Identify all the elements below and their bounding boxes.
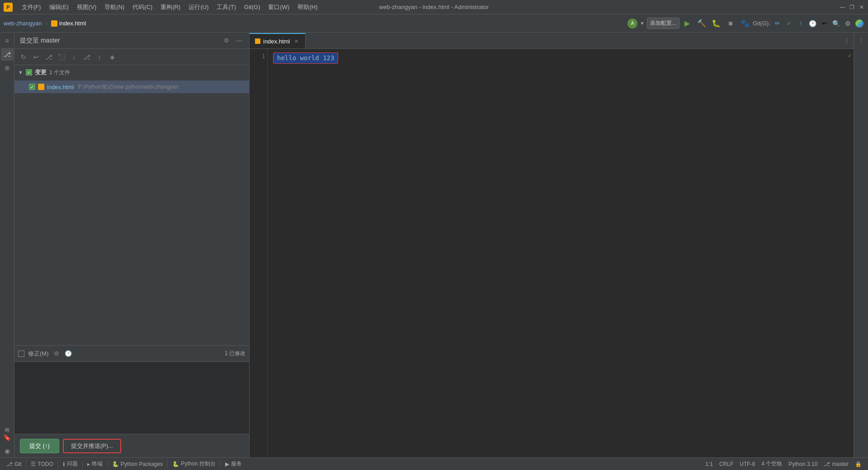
right-sidebar: ⋮ (854, 33, 868, 457)
menu-refactor[interactable]: 重构(R) (157, 2, 184, 12)
avatar-dropdown-icon[interactable]: ▼ (639, 20, 645, 26)
sidebar-icon-search[interactable]: ⊕ (1, 62, 14, 74)
status-terminal-icon: ▸ (87, 461, 90, 467)
commit-push-button[interactable]: 提交并推送(P)... (63, 439, 121, 453)
gutter-check-icon: ✓ (848, 52, 852, 59)
title-bar-right: — ❐ ✕ (840, 4, 864, 10)
git-panel-minimize-button[interactable]: — (235, 36, 244, 45)
menu-help[interactable]: 帮助(H) (294, 2, 321, 12)
amend-clock-btn[interactable]: 🕐 (64, 350, 72, 358)
git-refresh-btn[interactable]: ↻ (18, 52, 29, 62)
status-branch-label: master (832, 461, 849, 467)
git-push-button[interactable]: ↑ (796, 19, 806, 28)
change-item[interactable]: ✓ index.html F:\Python笔记\new python\web-… (14, 81, 249, 93)
menu-tools[interactable]: 工具(T) (213, 2, 240, 12)
status-python-packages-item[interactable]: 🐍 Python Packages (109, 458, 165, 470)
breadcrumb-separator: › (46, 20, 47, 27)
tab-label: index.html (263, 38, 290, 45)
code-area[interactable]: hello world 123 (268, 49, 846, 457)
menu-git[interactable]: Git(G) (241, 3, 264, 11)
menu-file[interactable]: 文件(F) (18, 2, 45, 12)
status-indent[interactable]: 4 个空格 (759, 460, 785, 468)
stop-button[interactable]: ■ (725, 18, 736, 29)
status-right: 1:1 CRLF UTF-8 4 个空格 Python 3.10 ⎇ maste… (703, 460, 864, 468)
amend-label: 修正(M) (28, 350, 49, 358)
git-check-button[interactable]: ✓ (784, 19, 794, 28)
title-bar: P 文件(F) 编辑(E) 视图(V) 导航(N) 代码(C) 重构(R) 运行… (0, 0, 868, 14)
git-history-button[interactable]: 🕐 (807, 19, 817, 28)
tab-close-button[interactable]: ✕ (292, 38, 300, 45)
commit-message-area[interactable] (14, 361, 249, 434)
editor-right-gutter: ✓ (846, 49, 854, 457)
status-sep-4 (107, 461, 108, 468)
menu-window[interactable]: 窗口(W) (264, 2, 293, 12)
git-undo-btn[interactable]: ↩ (31, 52, 42, 62)
status-encoding-label: CRLF (719, 461, 733, 467)
user-avatar[interactable]: A (627, 19, 637, 28)
status-python-version[interactable]: Python 3.10 (786, 461, 820, 467)
git-merge-btn[interactable]: ⎇ (81, 52, 92, 62)
sidebar-icon-bottom[interactable]: ◉ (1, 445, 14, 457)
git-panel-settings-button[interactable]: ⚙ (222, 36, 231, 45)
status-python-console-item[interactable]: 🐍 Python 控制台 (170, 458, 218, 470)
menu-run[interactable]: 运行(U) (185, 2, 212, 12)
status-git-item[interactable]: ⎇ Git (4, 458, 24, 470)
debug-button[interactable]: 🐛 (710, 18, 722, 29)
status-charset-label: UTF-8 (740, 461, 755, 467)
build-button[interactable]: 🔨 (696, 18, 708, 29)
git-panel: 提交至 master ⚙ — ↻ ↩ ⎇ ⬛ ↓ ⎇ ↕ ◈ ▼ ✓ 变更 (14, 33, 250, 457)
editor-tab-index[interactable]: index.html ✕ (250, 33, 306, 48)
tab-file-icon (255, 38, 260, 44)
status-problems-icon: ℹ (63, 461, 65, 467)
status-lock-icon[interactable]: 🔒 (852, 461, 864, 467)
git-stash-btn[interactable]: ⬛ (56, 52, 67, 62)
minimize-button[interactable]: — (840, 4, 845, 10)
status-terminal-label: 终端 (92, 460, 103, 468)
changes-header[interactable]: ▼ ✓ 变更 1 个文件 (14, 65, 249, 80)
commit-button[interactable]: 提交 (↑) (20, 439, 59, 453)
status-encoding[interactable]: CRLF (717, 461, 736, 467)
git-branch-btn[interactable]: ⎇ (43, 52, 54, 62)
editor-area: index.html ✕ ⋮ 1 hello world 123 ✓ (250, 33, 854, 457)
sidebar-icon-bookmark[interactable]: 🔖 (1, 431, 14, 444)
status-services-item[interactable]: ▶ 服务 (222, 458, 245, 470)
plugin-button[interactable] (854, 19, 864, 28)
menu-edit[interactable]: 编辑(E) (46, 2, 72, 12)
code-line-1: hello world 123 (273, 52, 841, 64)
status-problems-item[interactable]: ℹ 问题 (60, 458, 80, 470)
status-branch[interactable]: ⎇ master (821, 461, 851, 467)
status-charset[interactable]: UTF-8 (737, 461, 758, 467)
run-button[interactable]: ▶ (681, 18, 693, 29)
search-button[interactable]: 🔍 (831, 19, 841, 28)
git-revert-button[interactable]: ↩ (819, 19, 829, 28)
breadcrumb-project[interactable]: web-zhangyan (4, 20, 42, 27)
top-toolbar: web-zhangyan › index.html A ▼ 添加配置... ▶ … (0, 14, 868, 33)
menu-view[interactable]: 视图(V) (73, 2, 100, 12)
changes-select-all-checkbox[interactable]: ✓ (26, 69, 32, 76)
sidebar-icon-structure[interactable]: 结构 (1, 418, 14, 430)
change-item-checkbox[interactable]: ✓ (29, 84, 35, 90)
breadcrumb-file[interactable]: index.html (51, 20, 86, 27)
git-edit-button[interactable]: ✏ (772, 19, 782, 28)
amend-checkbox[interactable] (18, 351, 24, 357)
close-button[interactable]: ✕ (859, 4, 864, 10)
sidebar-icon-git[interactable]: ⎇ (1, 48, 14, 61)
status-todo-icon: ☰ (31, 461, 36, 467)
menu-bar: 文件(F) 编辑(E) 视图(V) 导航(N) 代码(C) 重构(R) 运行(U… (18, 2, 321, 12)
menu-navigate[interactable]: 导航(N) (101, 2, 128, 12)
git-tag-btn[interactable]: ◈ (107, 52, 118, 62)
settings-button[interactable]: ⚙ (843, 19, 853, 28)
status-terminal-item[interactable]: ▸ 终端 (85, 458, 105, 470)
maximize-button[interactable]: ❐ (849, 4, 855, 10)
sidebar-icon-files[interactable]: ≡ (1, 34, 14, 47)
git-unstash-btn[interactable]: ↓ (69, 52, 80, 62)
menu-code[interactable]: 代码(C) (129, 2, 156, 12)
coverage-button[interactable]: 🐾 (739, 18, 751, 29)
add-config-button[interactable]: 添加配置... (647, 18, 679, 29)
amend-settings-btn[interactable]: ⚙ (52, 350, 61, 358)
right-sidebar-icon[interactable]: ⋮ (855, 34, 868, 47)
git-fetch-btn[interactable]: ↕ (94, 52, 105, 62)
status-todo-item[interactable]: ☰ TODO (28, 458, 56, 470)
status-position[interactable]: 1:1 (703, 461, 716, 467)
tab-more-button[interactable]: ⋮ (840, 33, 854, 48)
